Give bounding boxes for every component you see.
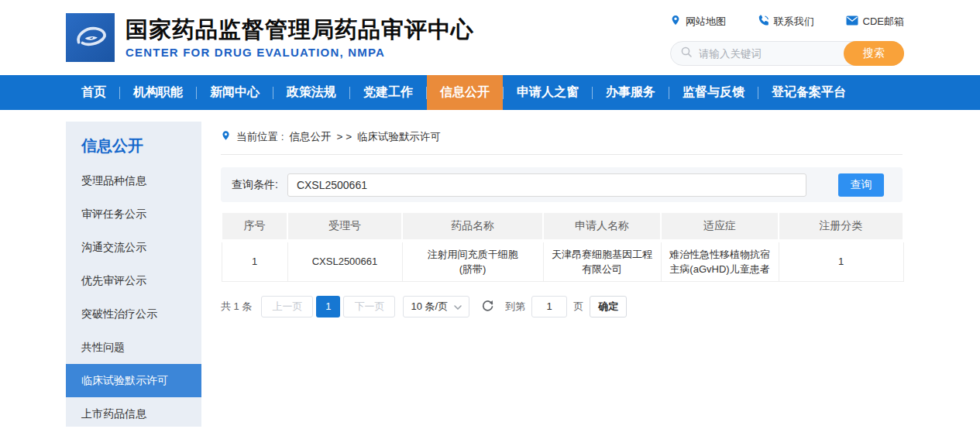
- sidebar: 信息公开 受理品种信息 审评任务公示 沟通交流公示 优先审评公示 突破性治疗公示…: [66, 122, 201, 427]
- main-nav: 首页 机构职能 新闻中心 政策法规 党建工作 信息公开 申请人之窗 办事服务 监…: [0, 75, 980, 110]
- cell-drug-name: 注射用间充质干细胞(脐带): [402, 241, 543, 281]
- nav-item-party-building[interactable]: 党建工作: [350, 75, 426, 110]
- nav-item-policies[interactable]: 政策法规: [273, 75, 349, 110]
- nav-item-registration-platform[interactable]: 登记备案平台: [758, 75, 859, 110]
- sidebar-item-common-issues[interactable]: 共性问题: [66, 331, 201, 364]
- query-panel: 查询条件: 查询: [221, 167, 903, 202]
- breadcrumb-separator: > >: [337, 131, 352, 142]
- query-label: 查询条件:: [232, 178, 278, 192]
- pagination: 共 1 条 上一页 1 下一页 10 条/页 到第 页 确定: [221, 296, 903, 317]
- sidebar-item-marketed-drugs[interactable]: 上市药品信息: [66, 397, 201, 429]
- chevron-down-icon: [454, 300, 462, 312]
- mailbox-link[interactable]: CDE邮箱: [846, 15, 904, 29]
- nav-item-functions[interactable]: 机构职能: [120, 75, 196, 110]
- search-button[interactable]: 搜索: [844, 41, 904, 66]
- cell-text: 天津昂赛细胞基因工程有限公司: [551, 247, 654, 276]
- breadcrumb-current: 临床试验默示许可: [357, 130, 441, 144]
- breadcrumb-section[interactable]: 信息公开: [290, 130, 332, 144]
- site-subtitle: CENTER FOR DRUG EVALUATION, NMPA: [126, 46, 474, 59]
- cell-registration-class: 1: [779, 241, 903, 281]
- main-panel: 当前位置 : 信息公开 > > 临床试验默示许可 查询条件: 查询 序号 受理号…: [221, 122, 903, 427]
- refresh-icon: [481, 299, 494, 314]
- confirm-button[interactable]: 确定: [590, 296, 627, 317]
- table-row: 1 CXSL2500661 注射用间充质干细胞(脐带) 天津昂赛细胞基因工程有限…: [222, 241, 903, 281]
- sidebar-item-breakthrough-therapy[interactable]: 突破性治疗公示: [66, 297, 201, 331]
- envelope-icon: [846, 15, 858, 28]
- goto-label: 到第: [505, 300, 525, 314]
- search-input[interactable]: [699, 48, 838, 60]
- nav-item-services[interactable]: 办事服务: [593, 75, 669, 110]
- goto-suffix: 页: [573, 300, 583, 314]
- cell-text: 1: [252, 254, 257, 269]
- cell-text: CXSL2500661: [312, 254, 378, 269]
- cde-logo-mark-icon: [66, 13, 115, 62]
- contact-link-label: 联系我们: [774, 15, 814, 29]
- nav-item-home[interactable]: 首页: [68, 75, 119, 110]
- contact-link[interactable]: 联系我们: [758, 15, 814, 29]
- sitemap-link-label: 网站地图: [686, 15, 726, 29]
- next-page-button[interactable]: 下一页: [343, 296, 395, 317]
- sidebar-item-accepted-varieties[interactable]: 受理品种信息: [66, 164, 201, 197]
- sitemap-link[interactable]: 网站地图: [670, 14, 726, 29]
- sidebar-item-review-tasks[interactable]: 审评任务公示: [66, 197, 201, 231]
- mailbox-link-label: CDE邮箱: [863, 15, 904, 29]
- query-input[interactable]: [287, 173, 806, 197]
- site-title: 国家药品监督管理局药品审评中心: [126, 16, 474, 43]
- cell-applicant: 天津昂赛细胞基因工程有限公司: [543, 241, 661, 281]
- prev-page-button[interactable]: 上一页: [261, 296, 313, 317]
- col-header-indication: 适应症: [661, 213, 779, 241]
- cde-logo[interactable]: 国家药品监督管理局药品审评中心 CENTER FOR DRUG EVALUATI…: [66, 13, 474, 62]
- sidebar-item-priority-review[interactable]: 优先审评公示: [66, 264, 201, 297]
- page-number-button[interactable]: 1: [316, 296, 340, 317]
- cell-indication: 难治性急性移植物抗宿主病(aGvHD)儿童患者: [661, 241, 779, 281]
- nav-item-news[interactable]: 新闻中心: [197, 75, 273, 110]
- content-area: 信息公开 受理品种信息 审评任务公示 沟通交流公示 优先审评公示 突破性治疗公示…: [0, 122, 980, 427]
- refresh-button[interactable]: [481, 299, 494, 314]
- col-header-registration-class: 注册分类: [779, 213, 903, 241]
- brand-text: 国家药品监督管理局药品审评中心 CENTER FOR DRUG EVALUATI…: [126, 16, 474, 59]
- col-header-acceptance-no: 受理号: [287, 213, 402, 241]
- nav-item-supervision-feedback[interactable]: 监督与反馈: [669, 75, 758, 110]
- header-bar: 国家药品监督管理局药品审评中心 CENTER FOR DRUG EVALUATI…: [0, 0, 980, 75]
- sidebar-item-clinical-trial-implied-license[interactable]: 临床试验默示许可: [66, 364, 201, 397]
- sidebar-title: 信息公开: [66, 122, 201, 164]
- cell-text: 难治性急性移植物抗宿主病(aGvHD)儿童患者: [669, 247, 772, 276]
- cell-seq: 1: [222, 241, 287, 281]
- breadcrumb: 当前位置 : 信息公开 > > 临床试验默示许可: [221, 122, 903, 155]
- nav-item-applicant-window[interactable]: 申请人之窗: [504, 75, 592, 110]
- page-size-value: 10 条/页: [411, 300, 448, 314]
- search-icon: [680, 46, 693, 61]
- sidebar-item-communication[interactable]: 沟通交流公示: [66, 231, 201, 264]
- site-search: 搜索: [670, 41, 904, 66]
- location-pin-icon: [670, 14, 681, 29]
- phone-icon: [758, 15, 769, 29]
- total-count: 共 1 条: [221, 300, 252, 314]
- cell-text: 1: [838, 254, 844, 269]
- table-header-row: 序号 受理号 药品名称 申请人名称 适应症 注册分类: [222, 213, 903, 241]
- query-button[interactable]: 查询: [838, 173, 884, 197]
- page-size-select[interactable]: 10 条/页: [403, 296, 469, 317]
- cell-text: 注射用间充质干细胞(脐带): [425, 247, 520, 276]
- cell-acceptance-no: CXSL2500661: [287, 241, 402, 281]
- col-header-applicant: 申请人名称: [543, 213, 661, 241]
- header-right: 网站地图 联系我们 CDE邮箱 搜索: [670, 14, 904, 66]
- col-header-seq: 序号: [222, 213, 287, 241]
- results-table: 序号 受理号 药品名称 申请人名称 适应症 注册分类 1 CXSL2500661…: [221, 213, 904, 282]
- breadcrumb-prefix: 当前位置 :: [236, 130, 284, 144]
- quick-links: 网站地图 联系我们 CDE邮箱: [670, 14, 904, 29]
- goto-page-input[interactable]: [531, 296, 567, 317]
- nav-item-info-disclosure[interactable]: 信息公开: [427, 75, 503, 110]
- location-pin-icon: [221, 129, 231, 144]
- col-header-drug-name: 药品名称: [402, 213, 543, 241]
